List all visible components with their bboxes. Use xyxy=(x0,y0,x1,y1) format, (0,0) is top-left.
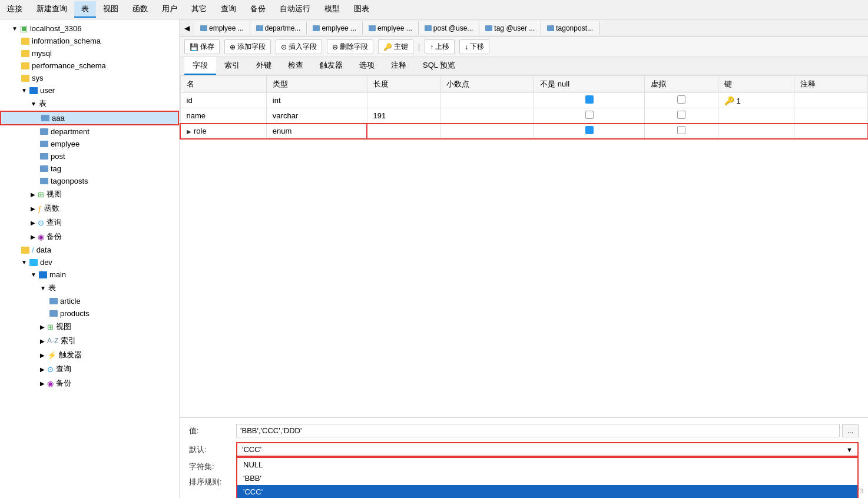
sidebar-item-dev-indexes[interactable]: ▶ A-Z 索引 xyxy=(0,334,179,348)
col-comment: 注释 xyxy=(794,76,868,93)
delete-field-button[interactable]: ⊖ 删除字段 xyxy=(327,39,373,54)
sub-tab-indexes[interactable]: 索引 xyxy=(216,57,248,75)
cell-length xyxy=(367,124,440,139)
sidebar-item-label: mysql xyxy=(32,49,52,58)
sub-toolbar: 字段 索引 外键 检查 触发器 选项 注释 SQL 预览 xyxy=(180,57,868,75)
table-row[interactable]: id int 🔑 1 xyxy=(180,93,868,108)
menu-table[interactable]: 表 xyxy=(74,1,96,18)
move-up-button[interactable]: ↑ 上移 xyxy=(425,39,455,54)
menu-function[interactable]: 函数 xyxy=(125,1,155,18)
value-dots-button[interactable]: ... xyxy=(842,424,859,437)
sidebar-item-dev[interactable]: ▼ dev xyxy=(0,256,179,268)
menu-new-query[interactable]: 新建查询 xyxy=(29,1,74,18)
sidebar-item-label: tag xyxy=(51,164,61,173)
sidebar-item-localhost[interactable]: ▼ ▣ localhost_3306 xyxy=(0,22,179,35)
tab-scroll-left[interactable]: ◀ xyxy=(180,22,194,35)
save-button[interactable]: 💾 保存 xyxy=(184,39,220,54)
add-field-button[interactable]: ⊕ 添加字段 xyxy=(224,39,271,54)
tab-tagonpost[interactable]: tagonpost... xyxy=(541,22,599,35)
sidebar-item-dev-triggers[interactable]: ▶ ⚡ 触发器 xyxy=(0,348,179,362)
sidebar-item-emplyee[interactable]: emplyee xyxy=(0,138,179,150)
sub-tab-comments[interactable]: 注释 xyxy=(383,57,415,75)
sidebar-item-tables-folder[interactable]: ▼ 表 xyxy=(0,97,179,111)
tab-emplyee-1[interactable]: emplyee ... xyxy=(194,22,250,35)
sidebar-item-dev-views[interactable]: ▶ ⊞ 视图 xyxy=(0,320,179,334)
dropdown-option-null[interactable]: NULL xyxy=(237,458,857,472)
sidebar-item-label: 表 xyxy=(39,98,47,109)
sidebar-item-data[interactable]: / data xyxy=(0,244,179,256)
sidebar-item-article[interactable]: article xyxy=(0,295,179,307)
checkbox-unchecked-icon xyxy=(677,111,685,119)
sidebar-item-information-schema[interactable]: information_schema xyxy=(0,35,179,47)
sub-tab-sql-preview[interactable]: SQL 预览 xyxy=(415,57,463,75)
sub-tab-checks[interactable]: 检查 xyxy=(280,57,312,75)
menu-user[interactable]: 用户 xyxy=(155,1,184,18)
menu-other[interactable]: 其它 xyxy=(184,1,214,18)
tab-emplyee-3[interactable]: emplyee ... xyxy=(363,22,419,35)
tab-label: emplyee ... xyxy=(322,24,356,32)
tab-emplyee-2[interactable]: emplyee ... xyxy=(307,22,363,35)
sidebar-item-queries[interactable]: ▶ ⊙ 查询 xyxy=(0,215,179,230)
table-row[interactable]: ▶role enum xyxy=(180,124,868,139)
sidebar-item-user[interactable]: ▼ user xyxy=(0,84,179,97)
sidebar-item-main-tables[interactable]: ▼ 表 xyxy=(0,281,179,295)
tab-label: tagonpost... xyxy=(556,24,593,32)
sidebar-item-views[interactable]: ▶ ⊞ 视图 xyxy=(0,187,179,201)
dropdown-option-bbb[interactable]: 'BBB' xyxy=(237,472,857,485)
sidebar-item-label: emplyee xyxy=(51,140,79,148)
sidebar-item-dev-queries[interactable]: ▶ ⊙ 查询 xyxy=(0,362,179,376)
sidebar-item-tag[interactable]: tag xyxy=(0,162,179,175)
sidebar-item-department[interactable]: department xyxy=(0,125,179,138)
sidebar-item-mysql[interactable]: mysql xyxy=(0,47,179,59)
primary-key-button[interactable]: 🔑 主键 xyxy=(378,39,413,54)
move-down-button[interactable]: ↓ 下移 xyxy=(459,39,489,54)
sidebar-item-sys[interactable]: sys xyxy=(0,72,179,84)
menu-chart[interactable]: 图表 xyxy=(347,1,376,18)
value-input[interactable] xyxy=(236,424,840,437)
menu-model[interactable]: 模型 xyxy=(317,1,347,18)
cell-decimal xyxy=(440,124,534,139)
cell-comment xyxy=(794,108,868,124)
menu-query[interactable]: 查询 xyxy=(214,1,243,18)
db-icon xyxy=(29,87,38,94)
menu-connect[interactable]: 连接 xyxy=(0,1,29,18)
sidebar-item-main[interactable]: ▼ main xyxy=(0,268,179,281)
bottom-panel: 值: ... 默认: 'CCC' ▼ NULL 'BBB' xyxy=(180,417,868,498)
backup-icon: ◉ xyxy=(38,233,44,241)
sub-tab-foreign-keys[interactable]: 外键 xyxy=(248,57,280,75)
chevron-expanded-icon: ▼ xyxy=(21,259,27,265)
sidebar-item-tagonposts[interactable]: tagonposts xyxy=(0,175,179,187)
sub-tab-fields[interactable]: 字段 xyxy=(184,57,216,75)
sidebar-item-products[interactable]: products xyxy=(0,307,179,320)
toolbar: 💾 保存 ⊕ 添加字段 ⊙ 插入字段 ⊖ 删除字段 🔑 主键 | ↑ xyxy=(180,37,868,57)
tab-post[interactable]: post @use... xyxy=(419,22,480,35)
tab-departme[interactable]: departme... xyxy=(250,22,307,35)
col-key: 键 xyxy=(718,76,794,93)
sub-tab-options[interactable]: 选项 xyxy=(351,57,383,75)
menu-view[interactable]: 视图 xyxy=(96,1,125,18)
tab-tag[interactable]: tag @user ... xyxy=(479,22,541,35)
checkbox-unchecked-icon xyxy=(677,95,685,104)
sidebar-item-performance-schema[interactable]: performance_schema xyxy=(0,59,179,72)
chevron-collapsed-icon: ▶ xyxy=(40,352,45,358)
cell-virtual xyxy=(645,93,718,108)
menu-backup[interactable]: 备份 xyxy=(243,1,273,18)
menu-autorun[interactable]: 自动运行 xyxy=(273,1,317,18)
cell-type: int xyxy=(266,93,367,108)
sidebar-item-aaa[interactable]: aaa xyxy=(0,111,179,125)
table-row[interactable]: name varchar 191 xyxy=(180,108,868,124)
sub-tab-triggers[interactable]: 触发器 xyxy=(312,57,351,75)
tab-label: emplyee ... xyxy=(209,24,244,32)
sidebar-item-label: 索引 xyxy=(61,336,76,346)
insert-field-button[interactable]: ⊙ 插入字段 xyxy=(276,39,322,54)
sidebar-item-backups[interactable]: ▶ ◉ 备份 xyxy=(0,230,179,244)
default-dropdown-selected[interactable]: 'CCC' ▼ xyxy=(236,442,859,457)
sidebar-item-dev-backups[interactable]: ▶ ◉ 备份 xyxy=(0,376,179,390)
sidebar-item-functions[interactable]: ▶ ƒ 函数 xyxy=(0,201,179,215)
db-icon xyxy=(21,38,29,45)
insert-icon: ⊙ xyxy=(281,43,287,51)
sidebar-item-post[interactable]: post xyxy=(0,150,179,162)
chevron-collapsed-icon: ▶ xyxy=(40,380,45,387)
dropdown-option-ccc[interactable]: 'CCC' xyxy=(237,485,857,498)
default-dropdown-container: 'CCC' ▼ NULL 'BBB' 'CCC' 'DDD' xyxy=(236,442,859,457)
